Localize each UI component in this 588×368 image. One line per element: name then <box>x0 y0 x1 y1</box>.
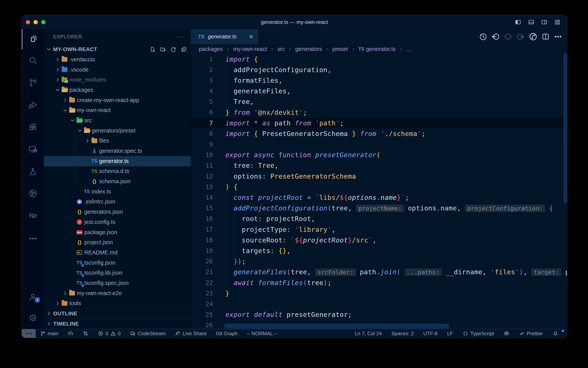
circle-outline-icon[interactable] <box>504 32 512 41</box>
zoom-window-button[interactable] <box>41 20 45 24</box>
collapse-all-icon[interactable] <box>181 46 187 53</box>
breadcrumb-5[interactable]: generator.ts <box>366 46 395 52</box>
status-spaces-2[interactable]: Spaces: 2 <box>387 331 419 337</box>
section-header-timeline[interactable]: TIMELINE <box>44 319 191 329</box>
new-file-icon[interactable] <box>149 46 156 53</box>
status-ln-7-col-24[interactable]: Ln 7, Col 24 <box>350 331 386 337</box>
tree-item-tsconfig-lib-json[interactable]: TStsconfig.lib.json <box>44 268 191 278</box>
tree-item-tsconfig-json[interactable]: TStsconfig.json <box>44 258 191 268</box>
breadcrumb-2[interactable]: src <box>277 46 285 52</box>
status-0[interactable]: 00 <box>93 331 125 337</box>
activity-extensions[interactable] <box>22 116 44 138</box>
layout-panel-icon[interactable] <box>528 19 534 25</box>
explorer-more-icon[interactable]: ··· <box>177 33 184 40</box>
section-header-project[interactable]: MY-OWN-REACT <box>44 44 191 54</box>
tree-item-packages[interactable]: packages <box>44 85 191 95</box>
activity-explorer[interactable] <box>22 29 44 49</box>
window-controls[interactable] <box>26 20 45 24</box>
status-codestream[interactable]: CodeStream <box>125 331 170 337</box>
tab-close-icon[interactable]: ✕ <box>249 33 254 40</box>
tree-item-create-my-own-react-app[interactable]: create-my-own-react-app <box>44 95 191 105</box>
breadcrumb-6[interactable]: … <box>406 46 412 52</box>
tree-item-tools[interactable]: tools <box>44 298 191 309</box>
graph-branch-icon[interactable] <box>529 32 537 41</box>
inlay-hint: target: <box>531 268 561 276</box>
status-prettier[interactable]: Prettier <box>514 331 548 337</box>
tree-item-generators-json[interactable]: {}generators.json <box>44 207 191 217</box>
spec-file-icon <box>91 148 98 154</box>
breadcrumb-1[interactable]: my-own-react <box>233 46 267 52</box>
tree-item-jest-config-ts[interactable]: ツjest.config.ts <box>44 217 191 227</box>
activity-codestream[interactable] <box>22 182 44 204</box>
breadcrumb-3[interactable]: generators <box>295 46 322 52</box>
split-editor-icon[interactable] <box>541 32 550 41</box>
line-number: 24 <box>191 300 213 308</box>
tree-item-generator-ts[interactable]: TSgenerator.ts <box>44 156 191 166</box>
status--normal-[interactable]: -- NORMAL -- <box>242 331 282 337</box>
status-bell[interactable] <box>548 331 563 336</box>
tree-item-files[interactable]: files <box>44 136 191 146</box>
breadcrumb-0[interactable]: packages <box>199 46 223 52</box>
new-folder-icon[interactable] <box>160 46 166 53</box>
layout-sidebar-right-icon[interactable] <box>541 19 547 25</box>
refresh-icon[interactable] <box>170 46 176 53</box>
breadcrumb-separator: › <box>322 46 332 52</box>
activity-testing[interactable] <box>22 160 44 182</box>
close-window-button[interactable] <box>26 20 30 24</box>
status-cloud-up[interactable] <box>63 331 78 336</box>
layout-sidebar-left-icon[interactable] <box>515 19 521 25</box>
remote-indicator[interactable]: >< <box>22 329 36 338</box>
breadcrumb-4[interactable]: preset <box>332 46 348 52</box>
code-editor[interactable]: 1import {2 addProjectConfiguration,3 for… <box>191 54 567 329</box>
tree-item-schema-d-ts[interactable]: TSschema.d.ts <box>44 166 191 176</box>
horizontal-scrollbar[interactable] <box>224 324 449 329</box>
section-header-outline[interactable]: OUTLINE <box>44 308 191 319</box>
layout-grid-icon[interactable] <box>554 19 561 25</box>
minimize-window-button[interactable] <box>34 20 38 24</box>
nav-forward-icon[interactable] <box>516 32 525 41</box>
activity-search[interactable] <box>22 49 44 71</box>
tab-label: generator.ts <box>208 34 245 40</box>
status-main[interactable]: main <box>36 331 63 337</box>
status-compare[interactable] <box>78 331 93 336</box>
status-lf[interactable]: LF <box>442 331 458 337</box>
folder-icon: JS <box>62 78 67 82</box>
activity-run-debug[interactable] <box>22 93 44 116</box>
more-actions-icon[interactable] <box>554 32 562 41</box>
activity-more[interactable] <box>22 234 44 243</box>
status-copilot[interactable] <box>499 331 514 336</box>
folder-icon <box>84 128 90 133</box>
activity-remote-explorer[interactable] <box>22 138 44 160</box>
activity-settings[interactable] <box>22 313 44 322</box>
nav-back-icon[interactable] <box>491 32 500 41</box>
tree-item--vscode[interactable]: .vscode <box>44 64 191 75</box>
timeline-history-icon[interactable] <box>479 32 487 41</box>
tab-generator-ts[interactable]: TS generator.ts ✕ <box>191 29 258 44</box>
tree-item-my-own-react-e2e[interactable]: my-own-react-e2e <box>44 288 191 298</box>
tree-item--verdaccio[interactable]: .verdaccio <box>44 54 191 64</box>
code-line-10: 10export async function presetGenerator( <box>191 150 567 160</box>
tree-item-index-ts[interactable]: TSindex.ts <box>44 186 191 197</box>
tree-item-project-json[interactable]: {}project.json <box>44 237 191 248</box>
folder-icon <box>69 291 75 295</box>
tree-item-generator-spec-ts[interactable]: generator.spec.ts <box>44 146 191 156</box>
activity-source-control[interactable] <box>22 71 44 93</box>
tree-item-src[interactable]: src <box>44 115 191 126</box>
tree-item-README-md[interactable]: M↓README.md <box>44 248 191 258</box>
tree-item-generators-preset[interactable]: generators/preset <box>44 126 191 136</box>
tree-item-schema-json[interactable]: {}schema.json <box>44 176 191 186</box>
tree-item-node-modules[interactable]: JSnode_modules <box>44 75 191 85</box>
status-typescript[interactable]: TypeScript <box>458 331 499 337</box>
code-line-22: 22 await formatFiles(tree); <box>191 277 567 288</box>
vertical-scrollbar[interactable] <box>563 54 567 203</box>
tree-item--eslintrc-json[interactable]: .eslintrc.json <box>44 197 191 207</box>
tree-item-package-json[interactable]: npmpackage.json <box>44 227 191 238</box>
tree-item-tsconfig-spec-json[interactable]: TStsconfig.spec.json <box>44 278 191 288</box>
status-git-graph[interactable]: Git Graph <box>211 331 242 337</box>
status-live-share[interactable]: Live Share <box>170 331 211 337</box>
inlay-hint: ...paths: <box>405 268 442 276</box>
tree-item-my-own-react[interactable]: my-own-react <box>44 105 191 115</box>
status-utf-8[interactable]: UTF-8 <box>419 331 442 337</box>
activity-nx-console[interactable]: N≥ <box>22 204 44 227</box>
activity-account[interactable]: 1 <box>22 292 44 302</box>
